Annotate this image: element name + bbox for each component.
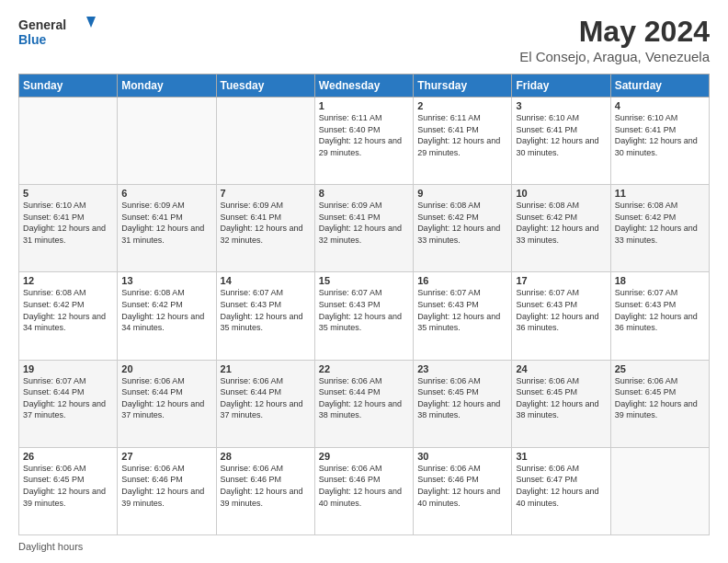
day-info: Sunrise: 6:08 AMSunset: 6:42 PMDaylight:… xyxy=(516,201,598,245)
day-cell-16: 16 Sunrise: 6:07 AMSunset: 6:43 PMDaylig… xyxy=(414,272,512,360)
day-cell-18: 18 Sunrise: 6:07 AMSunset: 6:43 PMDaylig… xyxy=(610,272,709,360)
empty-cell xyxy=(610,447,709,534)
day-number: 5 xyxy=(23,188,113,199)
day-info: Sunrise: 6:09 AMSunset: 6:41 PMDaylight:… xyxy=(121,201,204,245)
day-info: Sunrise: 6:10 AMSunset: 6:41 PMDaylight:… xyxy=(516,113,598,157)
day-info: Sunrise: 6:11 AMSunset: 6:41 PMDaylight:… xyxy=(417,113,500,157)
day-info: Sunrise: 6:07 AMSunset: 6:43 PMDaylight:… xyxy=(319,288,402,332)
day-cell-11: 11 Sunrise: 6:08 AMSunset: 6:42 PMDaylig… xyxy=(610,185,709,272)
day-number: 29 xyxy=(319,451,409,462)
weekday-header-saturday: Saturday xyxy=(610,75,709,98)
day-number: 14 xyxy=(221,275,311,286)
day-info: Sunrise: 6:06 AMSunset: 6:46 PMDaylight:… xyxy=(417,464,500,508)
day-info: Sunrise: 6:08 AMSunset: 6:42 PMDaylight:… xyxy=(615,201,698,245)
week-row-5: 26 Sunrise: 6:06 AMSunset: 6:45 PMDaylig… xyxy=(19,447,710,534)
day-number: 18 xyxy=(615,275,705,286)
day-number: 27 xyxy=(121,451,211,462)
day-info: Sunrise: 6:06 AMSunset: 6:44 PMDaylight:… xyxy=(319,376,402,420)
day-cell-13: 13 Sunrise: 6:08 AMSunset: 6:42 PMDaylig… xyxy=(118,272,216,360)
day-info: Sunrise: 6:07 AMSunset: 6:43 PMDaylight:… xyxy=(615,288,698,332)
day-number: 26 xyxy=(23,451,113,462)
svg-marker-2 xyxy=(86,17,96,28)
week-row-1: 1 Sunrise: 6:11 AMSunset: 6:40 PMDayligh… xyxy=(19,98,710,185)
day-cell-20: 20 Sunrise: 6:06 AMSunset: 6:44 PMDaylig… xyxy=(118,360,216,447)
logo-svg: General Blue xyxy=(18,15,101,52)
day-cell-19: 19 Sunrise: 6:07 AMSunset: 6:44 PMDaylig… xyxy=(19,360,118,447)
main-title: May 2024 xyxy=(519,15,710,49)
day-info: Sunrise: 6:08 AMSunset: 6:42 PMDaylight:… xyxy=(121,288,204,332)
day-cell-22: 22 Sunrise: 6:06 AMSunset: 6:44 PMDaylig… xyxy=(314,360,413,447)
day-cell-8: 8 Sunrise: 6:09 AMSunset: 6:41 PMDayligh… xyxy=(314,185,413,272)
title-block: May 2024 El Consejo, Aragua, Venezuela xyxy=(519,15,710,64)
svg-text:General: General xyxy=(18,17,66,32)
empty-cell xyxy=(118,98,216,185)
svg-text:Blue: Blue xyxy=(18,32,47,47)
day-number: 21 xyxy=(221,363,311,374)
day-cell-6: 6 Sunrise: 6:09 AMSunset: 6:41 PMDayligh… xyxy=(118,185,216,272)
day-info: Sunrise: 6:11 AMSunset: 6:40 PMDaylight:… xyxy=(319,113,402,157)
day-info: Sunrise: 6:09 AMSunset: 6:41 PMDaylight:… xyxy=(221,201,303,245)
weekday-header-friday: Friday xyxy=(512,75,610,98)
day-info: Sunrise: 6:06 AMSunset: 6:45 PMDaylight:… xyxy=(615,376,698,420)
day-cell-12: 12 Sunrise: 6:08 AMSunset: 6:42 PMDaylig… xyxy=(19,272,118,360)
footer-note: Daylight hours xyxy=(18,541,710,552)
subtitle: El Consejo, Aragua, Venezuela xyxy=(519,49,710,64)
day-cell-25: 25 Sunrise: 6:06 AMSunset: 6:45 PMDaylig… xyxy=(610,360,709,447)
day-number: 12 xyxy=(23,275,113,286)
logo: General Blue xyxy=(18,15,101,52)
day-number: 15 xyxy=(319,275,409,286)
day-info: Sunrise: 6:07 AMSunset: 6:43 PMDaylight:… xyxy=(221,288,303,332)
week-row-2: 5 Sunrise: 6:10 AMSunset: 6:41 PMDayligh… xyxy=(19,185,710,272)
day-number: 9 xyxy=(417,188,507,199)
day-cell-30: 30 Sunrise: 6:06 AMSunset: 6:46 PMDaylig… xyxy=(414,447,512,534)
logo-icon: General Blue xyxy=(18,15,101,52)
weekday-header-tuesday: Tuesday xyxy=(216,75,314,98)
day-info: Sunrise: 6:06 AMSunset: 6:44 PMDaylight:… xyxy=(121,376,204,420)
header: General Blue May 2024 El Consejo, Aragua… xyxy=(18,15,710,64)
day-number: 2 xyxy=(417,100,507,111)
day-number: 1 xyxy=(319,100,409,111)
day-info: Sunrise: 6:06 AMSunset: 6:46 PMDaylight:… xyxy=(319,464,402,508)
day-cell-7: 7 Sunrise: 6:09 AMSunset: 6:41 PMDayligh… xyxy=(216,185,314,272)
calendar-table: SundayMondayTuesdayWednesdayThursdayFrid… xyxy=(18,74,710,535)
day-info: Sunrise: 6:10 AMSunset: 6:41 PMDaylight:… xyxy=(23,201,106,245)
day-info: Sunrise: 6:06 AMSunset: 6:46 PMDaylight:… xyxy=(121,464,204,508)
day-number: 20 xyxy=(121,363,211,374)
day-number: 10 xyxy=(516,188,606,199)
week-row-3: 12 Sunrise: 6:08 AMSunset: 6:42 PMDaylig… xyxy=(19,272,710,360)
day-info: Sunrise: 6:06 AMSunset: 6:46 PMDaylight:… xyxy=(221,464,303,508)
day-number: 25 xyxy=(615,363,705,374)
day-cell-21: 21 Sunrise: 6:06 AMSunset: 6:44 PMDaylig… xyxy=(216,360,314,447)
day-info: Sunrise: 6:10 AMSunset: 6:41 PMDaylight:… xyxy=(615,113,698,157)
day-cell-29: 29 Sunrise: 6:06 AMSunset: 6:46 PMDaylig… xyxy=(314,447,413,534)
day-info: Sunrise: 6:06 AMSunset: 6:45 PMDaylight:… xyxy=(417,376,500,420)
day-number: 13 xyxy=(121,275,211,286)
day-cell-24: 24 Sunrise: 6:06 AMSunset: 6:45 PMDaylig… xyxy=(512,360,610,447)
day-number: 3 xyxy=(516,100,606,111)
day-cell-28: 28 Sunrise: 6:06 AMSunset: 6:46 PMDaylig… xyxy=(216,447,314,534)
week-row-4: 19 Sunrise: 6:07 AMSunset: 6:44 PMDaylig… xyxy=(19,360,710,447)
day-cell-1: 1 Sunrise: 6:11 AMSunset: 6:40 PMDayligh… xyxy=(314,98,413,185)
day-number: 23 xyxy=(417,363,507,374)
day-number: 8 xyxy=(319,188,409,199)
day-info: Sunrise: 6:07 AMSunset: 6:43 PMDaylight:… xyxy=(516,288,598,332)
day-cell-15: 15 Sunrise: 6:07 AMSunset: 6:43 PMDaylig… xyxy=(314,272,413,360)
day-number: 4 xyxy=(615,100,705,111)
day-cell-17: 17 Sunrise: 6:07 AMSunset: 6:43 PMDaylig… xyxy=(512,272,610,360)
day-info: Sunrise: 6:06 AMSunset: 6:47 PMDaylight:… xyxy=(516,464,598,508)
day-number: 16 xyxy=(417,275,507,286)
day-number: 6 xyxy=(121,188,211,199)
weekday-header-row: SundayMondayTuesdayWednesdayThursdayFrid… xyxy=(19,75,710,98)
weekday-header-monday: Monday xyxy=(118,75,216,98)
day-number: 30 xyxy=(417,451,507,462)
day-number: 22 xyxy=(319,363,409,374)
day-number: 17 xyxy=(516,275,606,286)
day-cell-31: 31 Sunrise: 6:06 AMSunset: 6:47 PMDaylig… xyxy=(512,447,610,534)
day-number: 28 xyxy=(221,451,311,462)
day-cell-26: 26 Sunrise: 6:06 AMSunset: 6:45 PMDaylig… xyxy=(19,447,118,534)
day-number: 31 xyxy=(516,451,606,462)
day-cell-2: 2 Sunrise: 6:11 AMSunset: 6:41 PMDayligh… xyxy=(414,98,512,185)
day-number: 24 xyxy=(516,363,606,374)
weekday-header-thursday: Thursday xyxy=(414,75,512,98)
day-info: Sunrise: 6:06 AMSunset: 6:45 PMDaylight:… xyxy=(23,464,106,508)
